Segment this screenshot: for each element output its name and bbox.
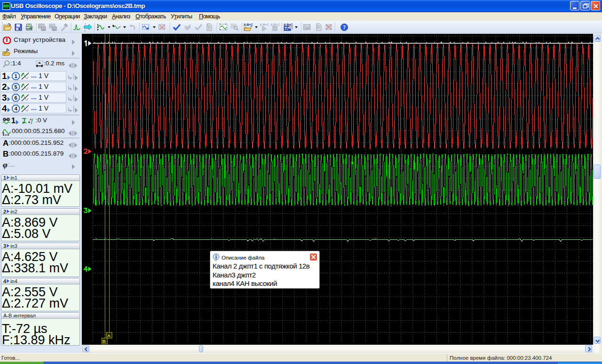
svg-text:5: 5 (14, 84, 17, 90)
svg-text:6: 6 (14, 95, 17, 101)
svg-text:4: 4 (14, 106, 17, 111)
svg-text:1: 1 (14, 73, 17, 79)
svg-text:A:B+C: A:B+C (270, 23, 280, 26)
svg-text:A:B+C: A:B+C (244, 23, 253, 26)
svg-text:A:B+C: A:B+C (260, 23, 269, 26)
svg-text:f: f (31, 118, 34, 124)
svg-text:?: ? (343, 24, 346, 31)
